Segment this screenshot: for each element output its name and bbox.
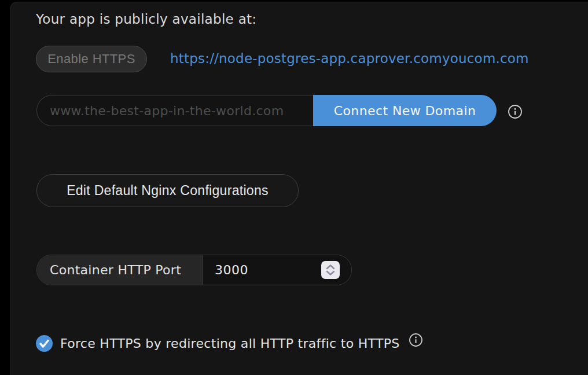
enable-https-button-label: Enable HTTPS [47, 52, 135, 67]
connect-new-domain-button[interactable]: Connect New Domain [313, 95, 497, 126]
connect-domain-info-icon[interactable] [508, 104, 523, 119]
availability-label: Your app is publicly available at: [36, 12, 256, 27]
container-http-port-field [203, 255, 351, 285]
force-https-info-icon[interactable] [409, 333, 424, 348]
port-stepper[interactable] [321, 261, 340, 279]
checkmark-icon [36, 335, 53, 352]
force-https-checkbox[interactable] [36, 335, 53, 352]
new-domain-input[interactable] [36, 95, 313, 126]
container-http-port-group: Container HTTP Port [36, 255, 352, 285]
force-https-row: Force HTTPS by redirecting all HTTP traf… [36, 335, 424, 352]
force-https-label: Force HTTPS by redirecting all HTTP traf… [60, 336, 400, 351]
container-http-port-input[interactable] [203, 262, 303, 278]
enable-https-button[interactable]: Enable HTTPS [36, 46, 147, 72]
public-app-url-link[interactable]: https://node-postgres-app.caprover.comyo… [170, 51, 529, 66]
connect-new-domain-button-label: Connect New Domain [334, 104, 476, 118]
edit-nginx-config-button-label: Edit Default Nginx Configurations [67, 183, 269, 198]
up-down-chevrons-icon [324, 263, 337, 277]
edit-nginx-config-button[interactable]: Edit Default Nginx Configurations [36, 174, 299, 207]
container-http-port-label: Container HTTP Port [37, 255, 203, 285]
connect-domain-group: Connect New Domain [36, 95, 497, 126]
